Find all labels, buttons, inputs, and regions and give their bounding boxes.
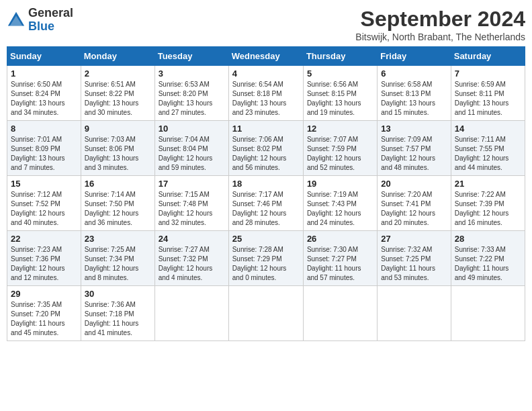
empty-cell — [378, 286, 451, 341]
calendar-day-cell: 5Sunrise: 6:56 AMSunset: 8:15 PMDaylight… — [303, 66, 377, 121]
calendar-day-cell: 26Sunrise: 7:30 AMSunset: 7:27 PMDayligh… — [303, 231, 377, 286]
empty-cell — [303, 286, 377, 341]
calendar-day-cell: 1Sunrise: 6:50 AMSunset: 8:24 PMDaylight… — [7, 66, 81, 121]
day-info: Sunrise: 7:12 AMSunset: 7:52 PMDaylight:… — [11, 190, 77, 228]
title-block: September 2024 Bitswijk, North Brabant, … — [355, 7, 525, 42]
weekday-header-saturday: Saturday — [451, 47, 525, 66]
weekday-header-tuesday: Tuesday — [154, 47, 228, 66]
weekday-header-wednesday: Wednesday — [228, 47, 303, 66]
calendar-day-cell: 3Sunrise: 6:53 AMSunset: 8:20 PMDaylight… — [154, 66, 228, 121]
day-info: Sunrise: 7:35 AMSunset: 7:20 PMDaylight:… — [11, 300, 77, 338]
empty-cell — [451, 286, 525, 341]
logo-icon — [7, 11, 26, 30]
day-number: 8 — [11, 124, 77, 134]
empty-cell — [154, 286, 228, 341]
day-number: 28 — [455, 234, 521, 244]
day-info: Sunrise: 7:23 AMSunset: 7:36 PMDaylight:… — [11, 245, 77, 283]
calendar-day-cell: 7Sunrise: 6:59 AMSunset: 8:11 PMDaylight… — [451, 66, 525, 121]
day-info: Sunrise: 6:59 AMSunset: 8:11 PMDaylight:… — [455, 80, 521, 118]
day-number: 1 — [11, 68, 77, 79]
calendar-day-cell: 21Sunrise: 7:22 AMSunset: 7:39 PMDayligh… — [451, 176, 525, 231]
day-number: 12 — [307, 124, 373, 134]
calendar-week-row: 29Sunrise: 7:35 AMSunset: 7:20 PMDayligh… — [7, 286, 525, 341]
day-info: Sunrise: 7:30 AMSunset: 7:27 PMDaylight:… — [307, 245, 373, 283]
calendar-day-cell: 4Sunrise: 6:54 AMSunset: 8:18 PMDaylight… — [228, 66, 303, 121]
calendar-day-cell: 19Sunrise: 7:19 AMSunset: 7:43 PMDayligh… — [303, 176, 377, 231]
day-number: 22 — [11, 234, 77, 244]
calendar-day-cell: 24Sunrise: 7:27 AMSunset: 7:32 PMDayligh… — [154, 231, 228, 286]
day-info: Sunrise: 7:09 AMSunset: 7:57 PMDaylight:… — [381, 135, 447, 173]
day-info: Sunrise: 6:54 AMSunset: 8:18 PMDaylight:… — [232, 80, 300, 118]
day-number: 18 — [232, 179, 300, 189]
calendar-day-cell: 17Sunrise: 7:15 AMSunset: 7:48 PMDayligh… — [154, 176, 228, 231]
calendar-day-cell: 10Sunrise: 7:04 AMSunset: 8:04 PMDayligh… — [154, 121, 228, 176]
calendar-day-cell: 8Sunrise: 7:01 AMSunset: 8:09 PMDaylight… — [7, 121, 81, 176]
day-number: 29 — [11, 289, 77, 299]
day-number: 26 — [307, 234, 373, 244]
day-number: 25 — [232, 234, 300, 244]
calendar-day-cell: 18Sunrise: 7:17 AMSunset: 7:46 PMDayligh… — [228, 176, 303, 231]
calendar-week-row: 1Sunrise: 6:50 AMSunset: 8:24 PMDaylight… — [7, 66, 525, 121]
day-info: Sunrise: 6:53 AMSunset: 8:20 PMDaylight:… — [159, 80, 225, 118]
weekday-header-friday: Friday — [378, 47, 451, 66]
day-info: Sunrise: 7:33 AMSunset: 7:22 PMDaylight:… — [455, 245, 521, 283]
day-info: Sunrise: 7:17 AMSunset: 7:46 PMDaylight:… — [232, 190, 300, 228]
day-number: 23 — [85, 234, 151, 244]
day-info: Sunrise: 7:19 AMSunset: 7:43 PMDaylight:… — [307, 190, 373, 228]
weekday-header-monday: Monday — [81, 47, 154, 66]
weekday-header-sunday: Sunday — [7, 47, 81, 66]
day-number: 11 — [232, 124, 300, 134]
empty-cell — [228, 286, 303, 341]
day-number: 13 — [381, 124, 447, 134]
day-info: Sunrise: 6:50 AMSunset: 8:24 PMDaylight:… — [11, 80, 77, 118]
day-info: Sunrise: 7:15 AMSunset: 7:48 PMDaylight:… — [159, 190, 225, 228]
day-number: 30 — [85, 289, 151, 299]
day-info: Sunrise: 7:14 AMSunset: 7:50 PMDaylight:… — [85, 190, 151, 228]
day-info: Sunrise: 6:58 AMSunset: 8:13 PMDaylight:… — [381, 80, 447, 118]
calendar-day-cell: 2Sunrise: 6:51 AMSunset: 8:22 PMDaylight… — [81, 66, 154, 121]
day-info: Sunrise: 7:28 AMSunset: 7:29 PMDaylight:… — [232, 245, 300, 283]
calendar-day-cell: 28Sunrise: 7:33 AMSunset: 7:22 PMDayligh… — [451, 231, 525, 286]
day-number: 20 — [381, 179, 447, 189]
logo-blue-text: Blue — [28, 19, 54, 33]
day-number: 10 — [159, 124, 225, 134]
calendar-day-cell: 22Sunrise: 7:23 AMSunset: 7:36 PMDayligh… — [7, 231, 81, 286]
day-info: Sunrise: 7:25 AMSunset: 7:34 PMDaylight:… — [85, 245, 151, 283]
calendar-day-cell: 14Sunrise: 7:11 AMSunset: 7:55 PMDayligh… — [451, 121, 525, 176]
calendar-day-cell: 13Sunrise: 7:09 AMSunset: 7:57 PMDayligh… — [378, 121, 451, 176]
day-info: Sunrise: 7:20 AMSunset: 7:41 PMDaylight:… — [381, 190, 447, 228]
calendar-week-row: 15Sunrise: 7:12 AMSunset: 7:52 PMDayligh… — [7, 176, 525, 231]
day-info: Sunrise: 7:27 AMSunset: 7:32 PMDaylight:… — [159, 245, 225, 283]
calendar-week-row: 8Sunrise: 7:01 AMSunset: 8:09 PMDaylight… — [7, 121, 525, 176]
weekday-header-row: SundayMondayTuesdayWednesdayThursdayFrid… — [7, 47, 525, 66]
day-info: Sunrise: 7:11 AMSunset: 7:55 PMDaylight:… — [455, 135, 521, 173]
calendar-day-cell: 15Sunrise: 7:12 AMSunset: 7:52 PMDayligh… — [7, 176, 81, 231]
day-number: 19 — [307, 179, 373, 189]
logo-general-text: General — [28, 6, 73, 19]
day-info: Sunrise: 7:03 AMSunset: 8:06 PMDaylight:… — [85, 135, 151, 173]
calendar-day-cell: 11Sunrise: 7:06 AMSunset: 8:02 PMDayligh… — [228, 121, 303, 176]
day-number: 9 — [85, 124, 151, 134]
day-info: Sunrise: 6:56 AMSunset: 8:15 PMDaylight:… — [307, 80, 373, 118]
day-number: 15 — [11, 179, 77, 189]
month-title: September 2024 — [355, 7, 525, 32]
day-number: 2 — [85, 68, 151, 79]
day-number: 21 — [455, 179, 521, 189]
calendar-day-cell: 27Sunrise: 7:32 AMSunset: 7:25 PMDayligh… — [378, 231, 451, 286]
day-number: 5 — [307, 68, 373, 79]
day-info: Sunrise: 7:01 AMSunset: 8:09 PMDaylight:… — [11, 135, 77, 173]
day-number: 3 — [159, 68, 225, 79]
calendar-week-row: 22Sunrise: 7:23 AMSunset: 7:36 PMDayligh… — [7, 231, 525, 286]
calendar-day-cell: 9Sunrise: 7:03 AMSunset: 8:06 PMDaylight… — [81, 121, 154, 176]
page-header: General Blue September 2024 Bitswijk, No… — [7, 7, 525, 42]
calendar-day-cell: 12Sunrise: 7:07 AMSunset: 7:59 PMDayligh… — [303, 121, 377, 176]
day-number: 6 — [381, 68, 447, 79]
calendar-day-cell: 20Sunrise: 7:20 AMSunset: 7:41 PMDayligh… — [378, 176, 451, 231]
day-info: Sunrise: 7:07 AMSunset: 7:59 PMDaylight:… — [307, 135, 373, 173]
day-number: 4 — [232, 68, 300, 79]
calendar-day-cell: 6Sunrise: 6:58 AMSunset: 8:13 PMDaylight… — [378, 66, 451, 121]
weekday-header-thursday: Thursday — [303, 47, 377, 66]
calendar-day-cell: 29Sunrise: 7:35 AMSunset: 7:20 PMDayligh… — [7, 286, 81, 341]
calendar-day-cell: 23Sunrise: 7:25 AMSunset: 7:34 PMDayligh… — [81, 231, 154, 286]
day-info: Sunrise: 7:04 AMSunset: 8:04 PMDaylight:… — [159, 135, 225, 173]
